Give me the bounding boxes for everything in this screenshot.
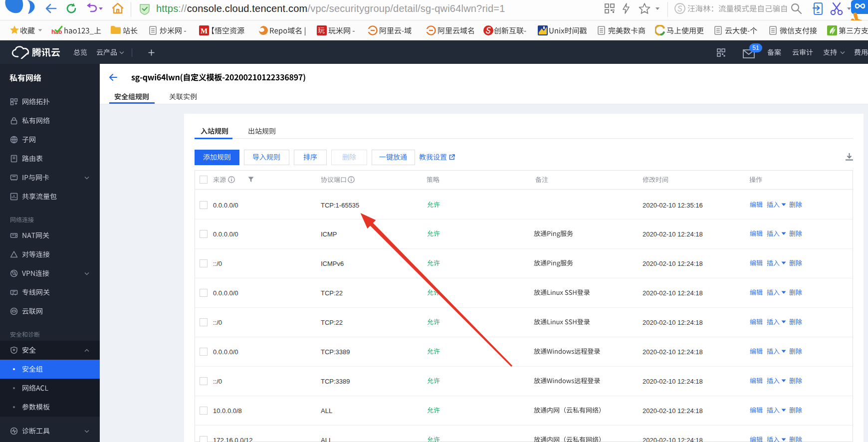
- svg-text:M: M: [201, 27, 208, 35]
